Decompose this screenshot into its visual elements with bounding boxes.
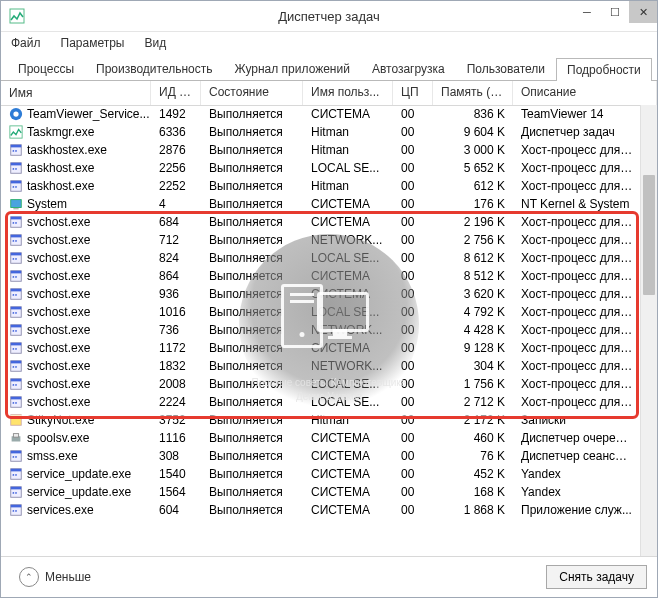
grid-body[interactable]: TeamViewer_Service...1492ВыполняетсяСИСТ…	[1, 105, 641, 556]
table-row[interactable]: svchost.exe2008ВыполняетсяLOCAL SE...001…	[1, 375, 641, 393]
tab-6[interactable]: С...	[652, 57, 658, 80]
tab-0[interactable]: Процессы	[7, 57, 85, 80]
table-row[interactable]: svchost.exe936ВыполняетсяСИСТЕМА003 620 …	[1, 285, 641, 303]
tab-4[interactable]: Пользователи	[456, 57, 556, 80]
fewer-details-button[interactable]: ⌃ Меньше	[11, 563, 99, 591]
process-description: Хост-процесс для с...	[513, 341, 641, 355]
process-description: Хост-процесс для с...	[513, 359, 641, 373]
tab-5[interactable]: Подробности	[556, 58, 652, 81]
table-row[interactable]: svchost.exe824ВыполняетсяLOCAL SE...008 …	[1, 249, 641, 267]
table-row[interactable]: taskhostex.exe2876ВыполняетсяHitman003 0…	[1, 141, 641, 159]
table-row[interactable]: svchost.exe1016ВыполняетсяLOCAL SE...004…	[1, 303, 641, 321]
process-cpu: 00	[393, 251, 433, 265]
svg-point-20	[13, 222, 15, 224]
process-description: Хост-процесс для с...	[513, 305, 641, 319]
process-description: Диспетчер очереди...	[513, 431, 641, 445]
process-user: СИСТЕМА	[303, 269, 393, 283]
process-memory: 4 428 K	[433, 323, 513, 337]
minimize-button[interactable]: ─	[573, 1, 601, 23]
process-state: Выполняется	[201, 215, 303, 229]
svg-point-75	[13, 492, 15, 494]
table-row[interactable]: taskhost.exe2252ВыполняетсяHitman00612 K…	[1, 177, 641, 195]
process-description: Yandex	[513, 467, 641, 481]
menu-view[interactable]: Вид	[140, 34, 170, 52]
process-icon	[9, 323, 23, 337]
svg-point-49	[15, 348, 17, 350]
process-pid: 1116	[151, 431, 201, 445]
table-row[interactable]: service_update.exe1564ВыполняетсяСИСТЕМА…	[1, 483, 641, 501]
table-row[interactable]: spoolsv.exe1116ВыполняетсяСИСТЕМА00460 K…	[1, 429, 641, 447]
process-pid: 936	[151, 287, 201, 301]
table-row[interactable]: Taskmgr.exe6336ВыполняетсяHitman009 604 …	[1, 123, 641, 141]
svg-point-7	[15, 150, 17, 152]
col-pid[interactable]: ИД п...	[151, 81, 201, 105]
menu-file[interactable]: Файл	[7, 34, 45, 52]
process-memory: 1 868 K	[433, 503, 513, 517]
col-memory[interactable]: Память (ч...	[433, 81, 513, 105]
process-state: Выполняется	[201, 233, 303, 247]
window-title: Диспетчер задач	[1, 9, 657, 24]
menu-options[interactable]: Параметры	[57, 34, 129, 52]
process-icon	[9, 179, 23, 193]
process-user: NETWORK...	[303, 233, 393, 247]
process-state: Выполняется	[201, 413, 303, 427]
svg-rect-27	[11, 253, 22, 256]
table-row[interactable]: svchost.exe1172ВыполняетсяСИСТЕМА009 128…	[1, 339, 641, 357]
end-task-button[interactable]: Снять задачу	[546, 565, 647, 589]
svg-rect-17	[13, 208, 18, 209]
process-memory: 168 K	[433, 485, 513, 499]
process-cpu: 00	[393, 125, 433, 139]
process-cpu: 00	[393, 161, 433, 175]
svg-point-52	[13, 366, 15, 368]
col-user[interactable]: Имя польз...	[303, 81, 393, 105]
col-state[interactable]: Состояние	[201, 81, 303, 105]
scroll-thumb[interactable]	[643, 175, 655, 295]
grid-header[interactable]: Имя ИД п... Состояние Имя польз... ЦП Па…	[1, 81, 657, 106]
process-state: Выполняется	[201, 359, 303, 373]
process-icon	[9, 485, 23, 499]
process-description: Диспетчер сеанса ...	[513, 449, 641, 463]
table-row[interactable]: svchost.exe1832ВыполняетсяNETWORK...0030…	[1, 357, 641, 375]
process-pid: 1540	[151, 467, 201, 481]
svg-rect-64	[13, 434, 18, 438]
process-user: СИСТЕМА	[303, 485, 393, 499]
tab-3[interactable]: Автозагрузка	[361, 57, 456, 80]
table-row[interactable]: svchost.exe712ВыполняетсяNETWORK...002 7…	[1, 231, 641, 249]
col-name[interactable]: Имя	[1, 81, 151, 105]
close-button[interactable]: ✕	[629, 1, 657, 23]
table-row[interactable]: smss.exe308ВыполняетсяСИСТЕМА0076 KДиспе…	[1, 447, 641, 465]
svg-point-14	[13, 186, 15, 188]
table-row[interactable]: service_update.exe1540ВыполняетсяСИСТЕМА…	[1, 465, 641, 483]
process-icon	[9, 251, 23, 265]
table-row[interactable]: TeamViewer_Service...1492ВыполняетсяСИСТ…	[1, 105, 641, 123]
svg-point-71	[13, 474, 15, 476]
vertical-scrollbar[interactable]	[640, 105, 657, 556]
process-description: Записки	[513, 413, 641, 427]
process-user: LOCAL SE...	[303, 305, 393, 319]
table-row[interactable]: taskhost.exe2256ВыполняетсяLOCAL SE...00…	[1, 159, 641, 177]
process-description: Хост-процесс для с...	[513, 377, 641, 391]
process-state: Выполняется	[201, 341, 303, 355]
tab-1[interactable]: Производительность	[85, 57, 223, 80]
table-row[interactable]: System4ВыполняетсяСИСТЕМА00176 KNT Kerne…	[1, 195, 641, 213]
tab-2[interactable]: Журнал приложений	[224, 57, 361, 80]
process-user: СИСТЕМА	[303, 341, 393, 355]
process-cpu: 00	[393, 431, 433, 445]
table-row[interactable]: svchost.exe2224ВыполняетсяLOCAL SE...002…	[1, 393, 641, 411]
table-row[interactable]: svchost.exe684ВыполняетсяСИСТЕМА002 196 …	[1, 213, 641, 231]
svg-point-2	[13, 111, 18, 116]
svg-point-56	[13, 384, 15, 386]
col-cpu[interactable]: ЦП	[393, 81, 433, 105]
process-cpu: 00	[393, 215, 433, 229]
process-name: service_update.exe	[27, 485, 131, 499]
titlebar[interactable]: Диспетчер задач ─ ☐ ✕	[1, 1, 657, 32]
process-state: Выполняется	[201, 197, 303, 211]
maximize-button[interactable]: ☐	[601, 1, 629, 23]
table-row[interactable]: StikyNot.exe3752ВыполняетсяHitman002 172…	[1, 411, 641, 429]
process-pid: 3752	[151, 413, 201, 427]
table-row[interactable]: services.exe604ВыполняетсяСИСТЕМА001 868…	[1, 501, 641, 519]
table-row[interactable]: svchost.exe736ВыполняетсяNETWORK...004 4…	[1, 321, 641, 339]
col-description[interactable]: Описание	[513, 81, 657, 105]
table-row[interactable]: svchost.exe864ВыполняетсяСИСТЕМА008 512 …	[1, 267, 641, 285]
process-user: LOCAL SE...	[303, 395, 393, 409]
